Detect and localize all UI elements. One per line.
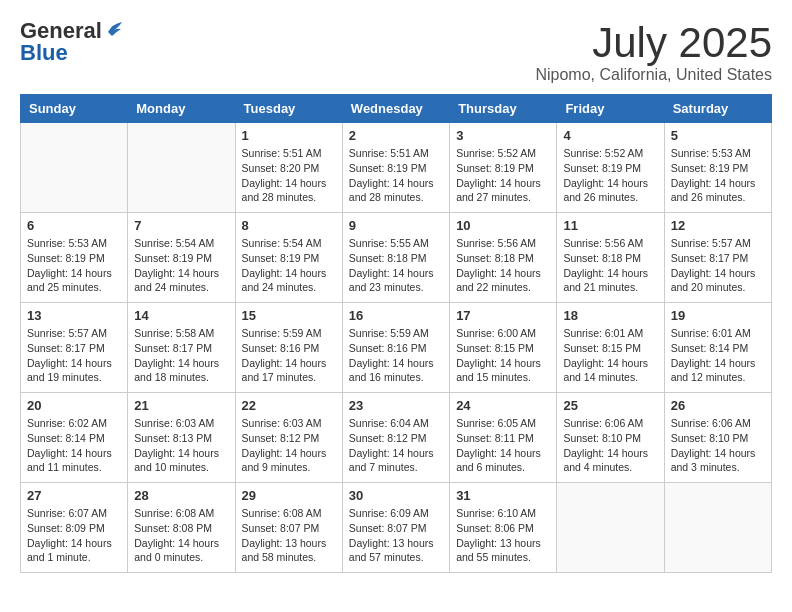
calendar-day-cell: 6Sunrise: 5:53 AMSunset: 8:19 PMDaylight…: [21, 213, 128, 303]
day-info: Sunrise: 6:06 AMSunset: 8:10 PMDaylight:…: [563, 416, 657, 475]
calendar-day-cell: 14Sunrise: 5:58 AMSunset: 8:17 PMDayligh…: [128, 303, 235, 393]
calendar-day-cell: 20Sunrise: 6:02 AMSunset: 8:14 PMDayligh…: [21, 393, 128, 483]
day-info: Sunrise: 5:55 AMSunset: 8:18 PMDaylight:…: [349, 236, 443, 295]
day-info: Sunrise: 5:57 AMSunset: 8:17 PMDaylight:…: [27, 326, 121, 385]
calendar-day-cell: 25Sunrise: 6:06 AMSunset: 8:10 PMDayligh…: [557, 393, 664, 483]
day-of-week-header: Tuesday: [235, 95, 342, 123]
day-number: 1: [242, 128, 336, 143]
calendar-day-cell: 24Sunrise: 6:05 AMSunset: 8:11 PMDayligh…: [450, 393, 557, 483]
calendar-week-row: 1Sunrise: 5:51 AMSunset: 8:20 PMDaylight…: [21, 123, 772, 213]
day-info: Sunrise: 5:54 AMSunset: 8:19 PMDaylight:…: [134, 236, 228, 295]
day-info: Sunrise: 5:52 AMSunset: 8:19 PMDaylight:…: [456, 146, 550, 205]
day-info: Sunrise: 5:59 AMSunset: 8:16 PMDaylight:…: [242, 326, 336, 385]
day-number: 14: [134, 308, 228, 323]
day-info: Sunrise: 5:54 AMSunset: 8:19 PMDaylight:…: [242, 236, 336, 295]
calendar-day-cell: [664, 483, 771, 573]
calendar-day-cell: 7Sunrise: 5:54 AMSunset: 8:19 PMDaylight…: [128, 213, 235, 303]
day-of-week-header: Wednesday: [342, 95, 449, 123]
calendar-day-cell: 26Sunrise: 6:06 AMSunset: 8:10 PMDayligh…: [664, 393, 771, 483]
calendar-week-row: 20Sunrise: 6:02 AMSunset: 8:14 PMDayligh…: [21, 393, 772, 483]
day-number: 28: [134, 488, 228, 503]
day-number: 7: [134, 218, 228, 233]
calendar-day-cell: 17Sunrise: 6:00 AMSunset: 8:15 PMDayligh…: [450, 303, 557, 393]
day-number: 5: [671, 128, 765, 143]
day-info: Sunrise: 6:08 AMSunset: 8:08 PMDaylight:…: [134, 506, 228, 565]
day-of-week-header: Friday: [557, 95, 664, 123]
day-number: 13: [27, 308, 121, 323]
day-info: Sunrise: 6:09 AMSunset: 8:07 PMDaylight:…: [349, 506, 443, 565]
calendar-day-cell: 13Sunrise: 5:57 AMSunset: 8:17 PMDayligh…: [21, 303, 128, 393]
day-of-week-header: Sunday: [21, 95, 128, 123]
day-number: 22: [242, 398, 336, 413]
day-info: Sunrise: 5:53 AMSunset: 8:19 PMDaylight:…: [27, 236, 121, 295]
day-info: Sunrise: 6:01 AMSunset: 8:15 PMDaylight:…: [563, 326, 657, 385]
calendar-day-cell: 2Sunrise: 5:51 AMSunset: 8:19 PMDaylight…: [342, 123, 449, 213]
day-number: 29: [242, 488, 336, 503]
day-of-week-header: Thursday: [450, 95, 557, 123]
calendar-day-cell: 30Sunrise: 6:09 AMSunset: 8:07 PMDayligh…: [342, 483, 449, 573]
day-of-week-header: Monday: [128, 95, 235, 123]
day-number: 24: [456, 398, 550, 413]
day-number: 4: [563, 128, 657, 143]
calendar-day-cell: 1Sunrise: 5:51 AMSunset: 8:20 PMDaylight…: [235, 123, 342, 213]
calendar-day-cell: 28Sunrise: 6:08 AMSunset: 8:08 PMDayligh…: [128, 483, 235, 573]
calendar-table: SundayMondayTuesdayWednesdayThursdayFrid…: [20, 94, 772, 573]
logo: General Blue: [20, 20, 126, 64]
day-info: Sunrise: 6:02 AMSunset: 8:14 PMDaylight:…: [27, 416, 121, 475]
calendar-day-cell: 15Sunrise: 5:59 AMSunset: 8:16 PMDayligh…: [235, 303, 342, 393]
calendar-day-cell: 3Sunrise: 5:52 AMSunset: 8:19 PMDaylight…: [450, 123, 557, 213]
day-number: 2: [349, 128, 443, 143]
day-number: 15: [242, 308, 336, 323]
calendar-day-cell: 11Sunrise: 5:56 AMSunset: 8:18 PMDayligh…: [557, 213, 664, 303]
day-info: Sunrise: 5:52 AMSunset: 8:19 PMDaylight:…: [563, 146, 657, 205]
calendar-header-row: SundayMondayTuesdayWednesdayThursdayFrid…: [21, 95, 772, 123]
calendar-day-cell: 19Sunrise: 6:01 AMSunset: 8:14 PMDayligh…: [664, 303, 771, 393]
calendar-day-cell: 29Sunrise: 6:08 AMSunset: 8:07 PMDayligh…: [235, 483, 342, 573]
logo-bird-icon: [104, 18, 126, 40]
day-number: 23: [349, 398, 443, 413]
calendar-day-cell: 5Sunrise: 5:53 AMSunset: 8:19 PMDaylight…: [664, 123, 771, 213]
day-number: 11: [563, 218, 657, 233]
day-number: 31: [456, 488, 550, 503]
day-number: 25: [563, 398, 657, 413]
day-info: Sunrise: 6:06 AMSunset: 8:10 PMDaylight:…: [671, 416, 765, 475]
page-header: General Blue July 2025 Nipomo, Californi…: [20, 20, 772, 84]
day-number: 26: [671, 398, 765, 413]
month-title: July 2025: [535, 20, 772, 66]
calendar-day-cell: 31Sunrise: 6:10 AMSunset: 8:06 PMDayligh…: [450, 483, 557, 573]
location-text: Nipomo, California, United States: [535, 66, 772, 84]
calendar-day-cell: [128, 123, 235, 213]
logo-general-text: General: [20, 20, 102, 42]
day-number: 18: [563, 308, 657, 323]
day-number: 12: [671, 218, 765, 233]
day-info: Sunrise: 5:53 AMSunset: 8:19 PMDaylight:…: [671, 146, 765, 205]
day-number: 10: [456, 218, 550, 233]
day-of-week-header: Saturday: [664, 95, 771, 123]
day-number: 27: [27, 488, 121, 503]
day-info: Sunrise: 6:10 AMSunset: 8:06 PMDaylight:…: [456, 506, 550, 565]
title-section: July 2025 Nipomo, California, United Sta…: [535, 20, 772, 84]
day-number: 3: [456, 128, 550, 143]
logo-blue-text: Blue: [20, 42, 68, 64]
day-info: Sunrise: 6:00 AMSunset: 8:15 PMDaylight:…: [456, 326, 550, 385]
calendar-day-cell: 23Sunrise: 6:04 AMSunset: 8:12 PMDayligh…: [342, 393, 449, 483]
day-info: Sunrise: 6:04 AMSunset: 8:12 PMDaylight:…: [349, 416, 443, 475]
calendar-day-cell: [557, 483, 664, 573]
calendar-day-cell: 22Sunrise: 6:03 AMSunset: 8:12 PMDayligh…: [235, 393, 342, 483]
calendar-week-row: 13Sunrise: 5:57 AMSunset: 8:17 PMDayligh…: [21, 303, 772, 393]
day-number: 6: [27, 218, 121, 233]
day-info: Sunrise: 5:56 AMSunset: 8:18 PMDaylight:…: [456, 236, 550, 295]
day-info: Sunrise: 6:01 AMSunset: 8:14 PMDaylight:…: [671, 326, 765, 385]
calendar-day-cell: 18Sunrise: 6:01 AMSunset: 8:15 PMDayligh…: [557, 303, 664, 393]
calendar-day-cell: 9Sunrise: 5:55 AMSunset: 8:18 PMDaylight…: [342, 213, 449, 303]
day-info: Sunrise: 6:03 AMSunset: 8:12 PMDaylight:…: [242, 416, 336, 475]
day-info: Sunrise: 6:03 AMSunset: 8:13 PMDaylight:…: [134, 416, 228, 475]
calendar-day-cell: 8Sunrise: 5:54 AMSunset: 8:19 PMDaylight…: [235, 213, 342, 303]
day-number: 16: [349, 308, 443, 323]
day-number: 30: [349, 488, 443, 503]
calendar-day-cell: 10Sunrise: 5:56 AMSunset: 8:18 PMDayligh…: [450, 213, 557, 303]
day-number: 9: [349, 218, 443, 233]
day-info: Sunrise: 6:07 AMSunset: 8:09 PMDaylight:…: [27, 506, 121, 565]
day-info: Sunrise: 6:05 AMSunset: 8:11 PMDaylight:…: [456, 416, 550, 475]
calendar-week-row: 6Sunrise: 5:53 AMSunset: 8:19 PMDaylight…: [21, 213, 772, 303]
